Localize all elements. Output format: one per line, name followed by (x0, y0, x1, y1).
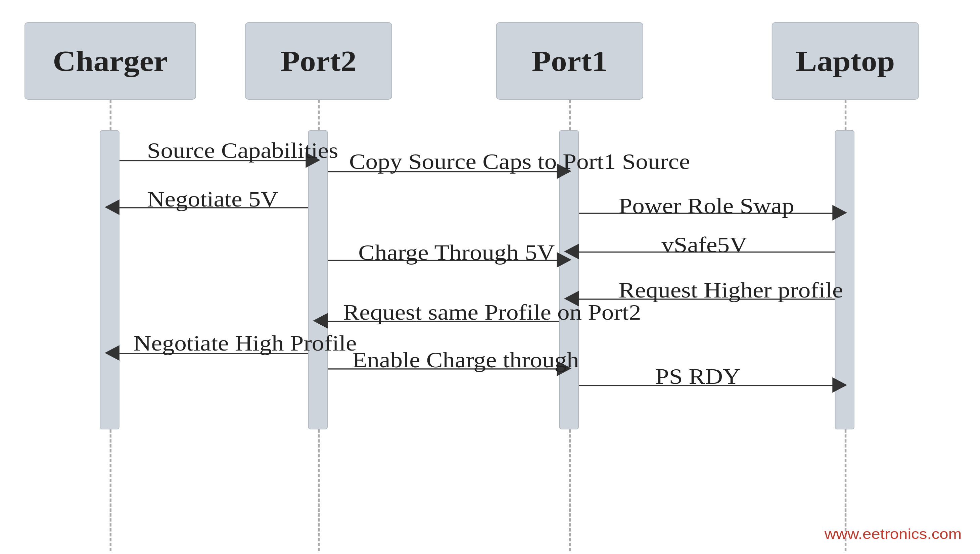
label-vsafe: vSafe5V (662, 232, 747, 258)
actor-charger-label: Charger (53, 45, 167, 77)
label-ct5v: Charge Through 5V (358, 239, 555, 266)
actor-laptop: Laptop (772, 22, 919, 100)
actor-port2-label: Port2 (280, 45, 356, 77)
sequence-diagram: Charger Port2 Port1 Laptop Source Capabi… (0, 0, 980, 554)
label-prs: Power Role Swap (619, 193, 794, 219)
lifeline-bar-port2 (308, 130, 328, 430)
lifeline-bot-port2 (318, 430, 320, 551)
arrowhead-ct5v (557, 252, 571, 267)
label-req-same: Request same Profile on Port2 (343, 299, 641, 325)
lifeline-top-port2 (318, 100, 320, 130)
arrowhead-req-same (313, 313, 328, 328)
label-req-higher: Request Higher profile (619, 277, 843, 303)
lifeline-top-charger (110, 100, 111, 130)
arrowhead-neg-high (105, 345, 119, 361)
actor-port2: Port2 (245, 22, 392, 100)
actor-port1: Port1 (496, 22, 643, 100)
arrowhead-psrdy (832, 377, 847, 393)
label-neg-high: Negotiate High Profile (134, 330, 357, 356)
watermark: www.eetronics.com (824, 526, 962, 543)
actor-port1-label: Port1 (531, 45, 608, 77)
label-enable-ct: Enable Charge through (352, 347, 579, 373)
actor-charger: Charger (24, 22, 196, 100)
lifeline-bot-charger (110, 430, 111, 551)
label-source-caps: Source Capabilities (147, 137, 338, 164)
lifeline-bar-charger (100, 130, 119, 430)
lifeline-bot-port1 (569, 430, 571, 551)
lifeline-top-laptop (845, 100, 846, 130)
label-psrdy: PS RDY (655, 363, 741, 390)
label-copy-caps: Copy Source Caps to Port1 Source (349, 148, 690, 175)
arrowhead-prs (832, 205, 847, 221)
label-neg5v: Negotiate 5V (147, 186, 278, 212)
actor-laptop-label: Laptop (796, 45, 895, 77)
lifeline-top-port1 (569, 100, 571, 130)
arrowhead-neg5v (105, 199, 119, 215)
